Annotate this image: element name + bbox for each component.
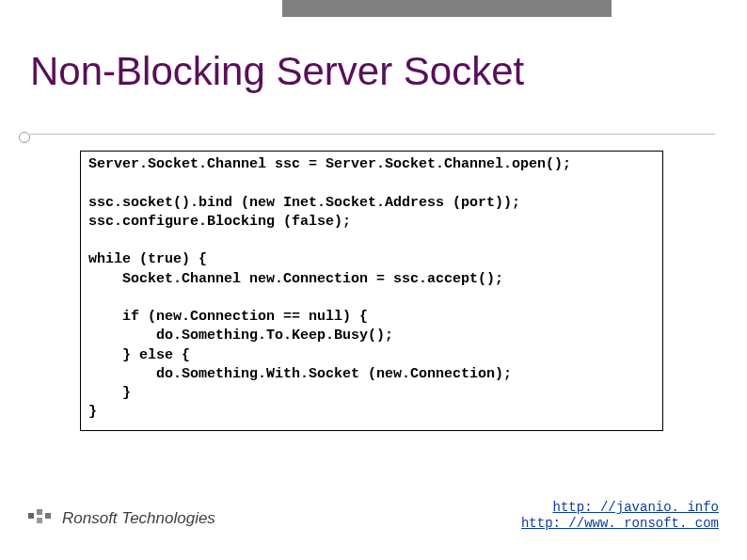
header-accent-bar <box>282 0 612 17</box>
company-name: Ronsoft Technologies <box>62 509 215 528</box>
divider-line <box>30 134 715 135</box>
divider-dot-icon <box>19 132 30 143</box>
link-ronsoft[interactable]: http: //www. ronsoft. com <box>521 516 719 531</box>
company-logo-icon <box>28 509 55 524</box>
code-block: Server.Socket.Channel ssc = Server.Socke… <box>80 151 663 431</box>
slide-footer: Ronsoft Technologies http: //javanio. in… <box>0 500 747 537</box>
link-javanio[interactable]: http: //javanio. info <box>553 500 719 515</box>
slide-title: Non-Blocking Server Socket <box>30 49 524 94</box>
title-divider <box>19 128 715 139</box>
footer-links: http: //javanio. info http: //www. ronso… <box>521 500 719 532</box>
